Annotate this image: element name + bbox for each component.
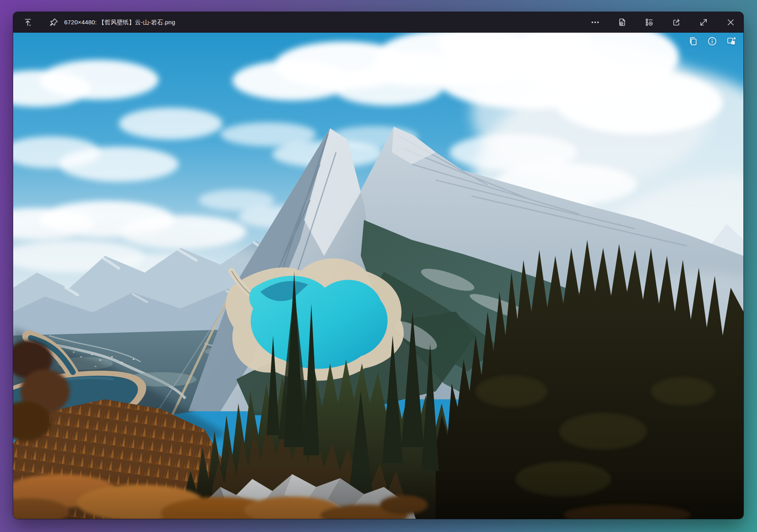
ocr-file-icon[interactable]	[617, 18, 627, 27]
pin-copy-icon[interactable]	[726, 36, 737, 47]
resize-icon[interactable]	[699, 18, 708, 27]
titlebar-right-group	[590, 18, 735, 27]
titlebar-left-group	[23, 18, 59, 27]
close-icon[interactable]	[726, 18, 735, 27]
mountain-photo	[13, 33, 743, 519]
ocr-list-icon[interactable]	[645, 18, 654, 27]
pinned-image-window: 6720×4480: 【哲风壁纸】云-山-岩石.png	[13, 12, 743, 519]
desktop: { "titlebar": { "title": "6720×4480: 【哲风…	[0, 0, 757, 532]
pin-icon[interactable]	[49, 18, 59, 27]
info-icon[interactable]	[707, 36, 718, 47]
photo-canvas	[13, 33, 743, 519]
titlebar[interactable]: 6720×4480: 【哲风壁纸】云-山-岩石.png	[13, 12, 743, 33]
copy-icon[interactable]	[688, 36, 698, 47]
more-icon[interactable]	[590, 18, 600, 27]
window-title: 6720×4480: 【哲风壁纸】云-山-岩石.png	[64, 19, 590, 26]
share-icon[interactable]	[672, 18, 681, 27]
scroll-top-icon[interactable]	[23, 18, 33, 27]
image-overlay-toolbar	[688, 36, 737, 47]
